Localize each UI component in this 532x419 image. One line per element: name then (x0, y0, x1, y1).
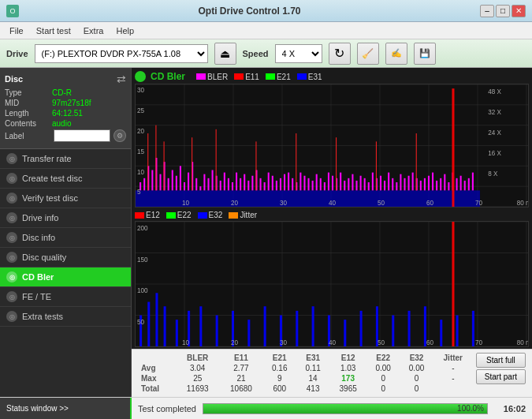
length-label: Length (5, 109, 52, 118)
e32-legend-label: E32 (209, 211, 223, 219)
content-area: CD Bler BLER E11 E21 (132, 68, 532, 397)
svg-rect-24 (172, 170, 173, 191)
stats-avg-row: Avg 3.04 2.77 0.16 0.11 1.03 0.00 0.00 - (138, 363, 473, 373)
status-text: Test completed (138, 404, 196, 413)
app-icon: O (6, 5, 19, 17)
svg-rect-149 (199, 306, 202, 346)
max-bler: 25 (176, 373, 219, 383)
svg-rect-42 (244, 174, 245, 191)
drive-select[interactable]: (F:) PLEXTOR DVDR PX-755A 1.08 (35, 44, 208, 63)
total-e22: 0 (366, 383, 400, 394)
total-e12: 3965 (329, 383, 366, 394)
svg-rect-23 (168, 178, 169, 190)
stats-area: BLER E11 E21 E31 E12 E22 E32 Jitter Avg (132, 349, 532, 397)
start-full-button[interactable]: Start full (476, 353, 526, 368)
sidebar-item-verify-test-disc[interactable]: ◎ Verify test disc (0, 189, 131, 208)
svg-rect-26 (180, 166, 181, 190)
contents-value: audio (52, 119, 71, 128)
svg-rect-93 (448, 182, 449, 190)
svg-text:40: 40 (329, 338, 336, 346)
speed-select[interactable]: 4 X (275, 44, 322, 63)
verify-test-disc-label: Verify test disc (22, 193, 78, 203)
create-test-disc-icon: ◎ (6, 173, 17, 184)
erase-button[interactable]: 🧹 (357, 43, 379, 65)
menu-extra[interactable]: Extra (77, 24, 110, 37)
contents-label: Contents (5, 119, 52, 128)
disc-quality-icon: ◎ (6, 252, 17, 263)
minimize-button[interactable]: – (480, 5, 494, 17)
svg-text:24 X: 24 X (488, 129, 501, 137)
e32-legend-color (198, 212, 207, 219)
svg-rect-147 (176, 320, 178, 346)
menu-file[interactable]: File (3, 24, 30, 37)
avg-e21: 0.16 (263, 363, 296, 373)
sidebar-item-create-test-disc[interactable]: ◎ Create test disc (0, 169, 131, 189)
svg-rect-98 (468, 178, 470, 190)
svg-rect-153 (264, 306, 266, 346)
svg-rect-53 (288, 173, 289, 191)
avg-e11: 2.77 (219, 363, 262, 373)
svg-rect-21 (159, 174, 161, 191)
col-e12: E12 (329, 353, 366, 363)
svg-rect-41 (240, 178, 241, 190)
cd-bler-label: CD Bler (22, 272, 54, 282)
sidebar-item-disc-info[interactable]: ◎ Disc info (0, 228, 131, 248)
svg-rect-104 (192, 137, 192, 190)
menu-help[interactable]: Help (110, 24, 140, 37)
sidebar-item-extra-tests[interactable]: ◎ Extra tests (0, 307, 131, 327)
toolbar: Drive (F:) PLEXTOR DVDR PX-755A 1.08 Spe… (0, 39, 532, 68)
total-label: Total (138, 383, 176, 394)
e12-legend-color (135, 212, 144, 219)
svg-text:20: 20 (137, 128, 144, 135)
svg-rect-57 (303, 176, 305, 191)
svg-rect-73 (368, 182, 370, 190)
svg-rect-108 (336, 137, 337, 190)
status-window-button[interactable]: Status window >> (0, 398, 132, 419)
svg-text:30: 30 (280, 200, 287, 207)
svg-rect-79 (392, 178, 393, 190)
drive-info-icon: ◎ (6, 212, 17, 223)
svg-text:50: 50 (137, 317, 144, 326)
menu-start-test[interactable]: Start test (30, 24, 77, 37)
svg-text:5: 5 (137, 189, 141, 196)
svg-rect-89 (432, 173, 433, 191)
max-e11: 21 (219, 373, 262, 383)
sidebar-item-cd-bler[interactable]: ◎ CD Bler (0, 267, 131, 287)
close-button[interactable]: ✕ (512, 5, 526, 17)
svg-rect-48 (268, 173, 270, 191)
eject-button[interactable] (214, 43, 236, 65)
sidebar-item-transfer-rate[interactable]: ◎ Transfer rate (0, 149, 131, 169)
sidebar-item-fe-te[interactable]: ◎ FE / TE (0, 287, 131, 307)
e21-legend-color (266, 73, 275, 80)
col-jitter: Jitter (433, 353, 473, 363)
transfer-rate-icon: ◎ (6, 153, 17, 164)
max-e32: 0 (400, 373, 433, 383)
progress-label: 100.0% (457, 404, 484, 413)
length-value: 64:12.51 (52, 109, 83, 118)
svg-rect-166 (472, 311, 474, 346)
refresh-button[interactable]: ↻ (329, 43, 351, 65)
sidebar-item-disc-quality[interactable]: ◎ Disc quality (0, 248, 131, 267)
svg-rect-161 (392, 316, 394, 347)
svg-rect-88 (428, 176, 430, 191)
maximize-button[interactable]: □ (496, 5, 510, 17)
disc-panel: Disc ⇄ Type CD-R MID 97m27s18f Length 64… (0, 68, 131, 149)
svg-rect-66 (340, 173, 341, 191)
col-e31: E31 (296, 353, 329, 363)
avg-e12: 1.03 (329, 363, 366, 373)
save-button[interactable]: 💾 (414, 43, 436, 65)
svg-text:50: 50 (378, 200, 385, 207)
disc-refresh-icon[interactable]: ⇄ (117, 73, 126, 85)
sidebar-item-drive-info[interactable]: ◎ Drive info (0, 208, 131, 228)
e22-legend-label: E22 (177, 211, 192, 219)
svg-text:60: 60 (426, 338, 433, 346)
svg-text:40: 40 (329, 200, 336, 207)
label-input[interactable] (54, 129, 110, 142)
start-part-button[interactable]: Start part (476, 369, 526, 384)
svg-rect-96 (460, 176, 462, 191)
label-icon-button[interactable]: ⚙ (113, 129, 126, 142)
e31-legend-color (297, 73, 307, 80)
svg-rect-150 (216, 316, 218, 347)
svg-text:30: 30 (280, 338, 287, 346)
write-button[interactable]: ✍ (385, 43, 407, 65)
